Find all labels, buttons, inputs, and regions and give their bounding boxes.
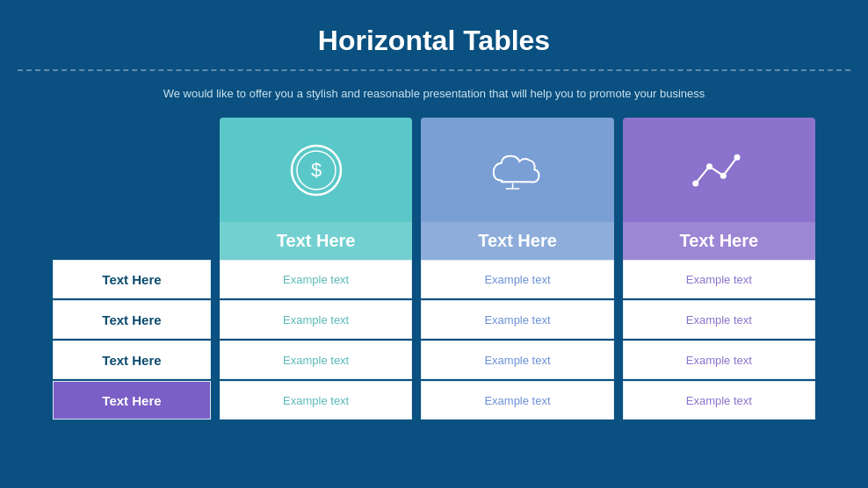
col1-cell-2: Example text (220, 300, 412, 339)
divider (18, 69, 850, 71)
col3-cell-4: Example text (623, 381, 815, 420)
svg-text:$: $ (311, 159, 322, 181)
row-label-3: Text Here (53, 341, 211, 379)
dollar-icon: $ (286, 140, 347, 201)
row-label-1: Text Here (53, 260, 211, 298)
col1-cell-1: Example text (220, 260, 412, 298)
col3-header-label: Text Here (623, 222, 815, 260)
svg-point-6 (706, 163, 712, 169)
col2-icon-area (421, 118, 613, 222)
columns-area: $ Text Here Example text Example text Ex… (220, 118, 815, 421)
cloud-icon (487, 140, 548, 201)
col1-cell-4: Example text (220, 381, 412, 420)
col1-icon-area: $ (220, 118, 412, 222)
chart-icon (688, 140, 749, 201)
col3-cell-1: Example text (623, 260, 815, 298)
svg-point-8 (734, 154, 741, 160)
col2-header: Text Here (421, 118, 613, 260)
col1-header-label: Text Here (220, 222, 412, 260)
row-label-2: Text Here (53, 300, 211, 339)
row-label-4: Text Here (53, 381, 211, 420)
col3-cell-2: Example text (623, 300, 815, 339)
col2-cell-1: Example text (421, 260, 613, 298)
subtitle: We would like to offer you a stylish and… (0, 87, 868, 100)
page-title: Horizontal Tables (0, 0, 868, 69)
col1-header: $ Text Here (220, 118, 412, 260)
col3-header: Text Here (623, 118, 815, 260)
col3-cell-3: Example text (623, 341, 815, 379)
svg-point-5 (693, 180, 699, 186)
col2-cell-4: Example text (421, 381, 613, 420)
col1-cell-3: Example text (220, 341, 412, 379)
svg-point-7 (720, 172, 727, 178)
column-1: $ Text Here Example text Example text Ex… (220, 118, 412, 421)
row-labels-column: Text Here Text Here Text Here Text Here (53, 118, 211, 421)
col3-icon-area (623, 118, 815, 222)
main-content: Text Here Text Here Text Here Text Here … (0, 118, 868, 421)
col2-cell-3: Example text (421, 341, 613, 379)
column-2: Text Here Example text Example text Exam… (421, 118, 613, 421)
col2-cell-2: Example text (421, 300, 613, 339)
column-3: Text Here Example text Example text Exam… (623, 118, 815, 421)
col2-header-label: Text Here (421, 222, 613, 260)
